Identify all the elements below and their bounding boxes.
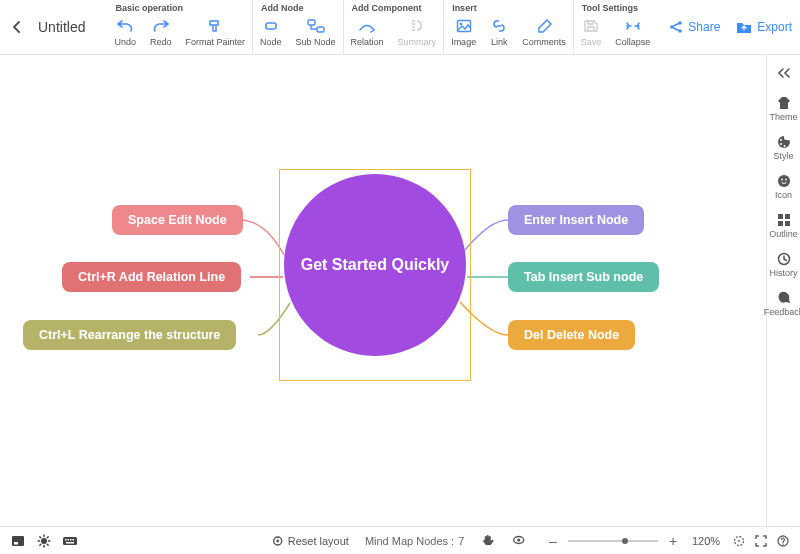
fit-button[interactable] xyxy=(732,534,746,548)
chevron-left-icon xyxy=(10,20,24,34)
mindmap-node[interactable]: Ctrl+R Add Relation Line xyxy=(62,262,241,292)
sidebar-item-feedback[interactable]: Feedback xyxy=(767,290,801,317)
sidebar-item-theme[interactable]: Theme xyxy=(767,95,801,122)
fullscreen-button[interactable] xyxy=(754,534,768,548)
svg-point-13 xyxy=(785,179,787,181)
toolbar-groups: Basic operation Undo Redo Format Painter… xyxy=(107,0,657,54)
svg-point-12 xyxy=(781,179,783,181)
brush-icon xyxy=(206,17,224,35)
toolbar: Untitled Basic operation Undo Redo Forma… xyxy=(0,0,800,55)
export-button[interactable]: Export xyxy=(736,20,792,34)
svg-line-26 xyxy=(40,536,41,537)
brightness-button[interactable] xyxy=(36,534,52,548)
svg-rect-0 xyxy=(266,23,276,29)
sidebar-item-icon[interactable]: Icon xyxy=(767,173,801,200)
svg-rect-31 xyxy=(65,539,67,541)
svg-rect-15 xyxy=(785,214,790,219)
svg-rect-32 xyxy=(68,539,70,541)
svg-point-41 xyxy=(738,540,740,542)
node-icon xyxy=(262,17,280,35)
undo-button[interactable]: Undo xyxy=(107,15,143,48)
group-title-basic: Basic operation xyxy=(107,3,252,15)
save-icon xyxy=(582,17,600,35)
redo-icon xyxy=(152,17,170,35)
group-title-addcomp: Add Component xyxy=(344,3,444,15)
svg-line-29 xyxy=(47,536,48,537)
mindmap-node[interactable]: Enter Insert Node xyxy=(508,205,644,235)
svg-point-11 xyxy=(778,175,790,187)
svg-line-28 xyxy=(40,544,41,545)
svg-point-6 xyxy=(678,21,682,25)
header-actions: Share Export xyxy=(669,20,792,34)
image-button[interactable]: Image xyxy=(444,15,483,48)
pointer-tool-button[interactable] xyxy=(512,533,528,549)
svg-point-39 xyxy=(517,538,520,541)
svg-rect-34 xyxy=(73,539,75,541)
collapse-icon xyxy=(624,17,642,35)
palette-icon xyxy=(776,134,792,150)
svg-rect-16 xyxy=(778,221,783,226)
save-button: Save xyxy=(574,15,609,48)
mindmap-node[interactable]: Space Edit Node xyxy=(112,205,243,235)
zoom-slider[interactable] xyxy=(568,540,658,542)
mindmap-node[interactable]: Ctrl+L Rearrange the structure xyxy=(23,320,236,350)
export-icon xyxy=(736,20,752,34)
eye-icon xyxy=(512,533,524,547)
sidebar-collapse-button[interactable] xyxy=(769,61,799,85)
mindmap-canvas[interactable]: Get Started Quickly Space Edit Node Ctrl… xyxy=(0,55,766,526)
group-title-insert: Insert xyxy=(444,3,573,15)
svg-rect-1 xyxy=(308,20,315,25)
node-count-display: Mind Map Nodes :7 xyxy=(365,535,464,547)
sidebar-item-outline[interactable]: Outline xyxy=(767,212,801,239)
keyboard-button[interactable] xyxy=(62,534,78,548)
mindmap-node[interactable]: Tab Insert Sub node xyxy=(508,262,659,292)
redo-button[interactable]: Redo xyxy=(143,15,179,48)
feedback-icon xyxy=(776,290,792,306)
center-node[interactable]: Get Started Quickly xyxy=(284,174,466,356)
right-sidebar: Theme Style Icon Outline History Feedbac… xyxy=(766,55,800,526)
svg-rect-35 xyxy=(66,542,74,544)
svg-point-5 xyxy=(670,25,674,29)
hand-icon xyxy=(480,533,494,547)
undo-icon xyxy=(116,17,134,35)
sidebar-item-style[interactable]: Style xyxy=(767,134,801,161)
collapse-button[interactable]: Collapse xyxy=(608,15,657,48)
summary-button: Summary xyxy=(391,15,444,48)
svg-point-9 xyxy=(780,143,782,145)
sub-node-icon xyxy=(307,17,325,35)
zoom-slider-handle[interactable] xyxy=(622,538,628,544)
svg-point-37 xyxy=(276,539,279,542)
link-button[interactable]: Link xyxy=(483,15,515,48)
history-icon xyxy=(776,251,792,267)
comments-button[interactable]: Comments xyxy=(515,15,573,48)
reset-layout-button[interactable]: Reset layout xyxy=(272,535,349,547)
node-button[interactable]: Node xyxy=(253,15,289,48)
back-button[interactable] xyxy=(6,16,28,38)
svg-rect-2 xyxy=(317,27,324,32)
target-icon xyxy=(272,535,284,547)
svg-point-7 xyxy=(678,29,682,33)
pan-tool-button[interactable] xyxy=(480,533,496,549)
format-painter-button[interactable]: Format Painter xyxy=(179,15,253,48)
summary-icon xyxy=(408,17,426,35)
share-button[interactable]: Share xyxy=(669,20,720,34)
zoom-out-button[interactable]: – xyxy=(546,534,560,548)
svg-rect-14 xyxy=(778,214,783,219)
zoom-in-button[interactable]: + xyxy=(666,534,680,548)
help-button[interactable] xyxy=(776,534,790,548)
navigator-button[interactable] xyxy=(10,534,26,548)
svg-point-21 xyxy=(41,538,47,544)
smiley-icon xyxy=(776,173,792,189)
relation-icon xyxy=(358,17,376,35)
mindmap-node[interactable]: Del Delete Node xyxy=(508,320,635,350)
relation-button[interactable]: Relation xyxy=(344,15,391,48)
shirt-icon xyxy=(776,95,792,111)
svg-point-4 xyxy=(459,23,462,26)
svg-rect-30 xyxy=(63,537,77,545)
svg-line-27 xyxy=(47,544,48,545)
sub-node-button[interactable]: Sub Node xyxy=(289,15,343,48)
link-icon xyxy=(490,17,508,35)
status-bar: Reset layout Mind Map Nodes :7 – + 120% xyxy=(0,526,800,554)
sidebar-item-history[interactable]: History xyxy=(767,251,801,278)
document-title[interactable]: Untitled xyxy=(34,19,89,35)
